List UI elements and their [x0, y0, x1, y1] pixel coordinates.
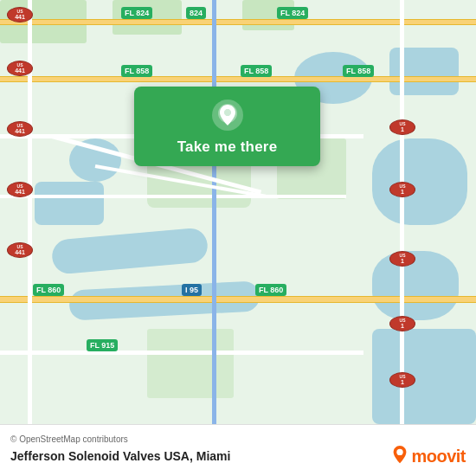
badge-fl824-3: FL 824 — [277, 7, 308, 19]
badge-fl858-3: FL 858 — [343, 65, 374, 77]
moovit-logo: moovit — [391, 446, 466, 466]
badge-us1-3: US 1 — [389, 251, 415, 267]
badge-fl915: FL 915 — [87, 339, 118, 351]
attribution-text: © OpenStreetMap contributors — [10, 434, 466, 444]
moovit-pin-icon — [391, 446, 408, 466]
badge-us441-4: US 441 — [7, 182, 33, 197]
map: US 441 US 441 US 441 US 441 US 441 FL 82… — [0, 0, 476, 424]
badge-us1-2: US 1 — [389, 182, 415, 197]
moovit-brand-text: moovit — [411, 447, 466, 466]
badge-fl858-2: FL 858 — [241, 65, 272, 77]
badge-us441-1: US 441 — [7, 7, 33, 23]
badge-us441-5: US 441 — [7, 242, 33, 258]
badge-us1-5: US 1 — [389, 372, 415, 388]
badge-us441-2: US 441 — [7, 61, 33, 76]
badge-fl824-2: 824 — [186, 7, 206, 19]
badge-fl860-1: FL 860 — [33, 284, 64, 296]
badge-i95: I 95 — [182, 284, 202, 296]
badge-us1-4: US 1 — [389, 316, 415, 331]
location-pin-icon — [211, 99, 244, 132]
badge-fl858-1: FL 858 — [121, 65, 152, 77]
badge-fl860-2: FL 860 — [255, 284, 286, 296]
badge-us1-1: US 1 — [389, 119, 415, 135]
badge-us441-3: US 441 — [7, 121, 33, 137]
take-me-there-button[interactable]: Take me there — [177, 138, 278, 156]
popup-card[interactable]: Take me there — [134, 87, 320, 166]
bottom-bar: © OpenStreetMap contributors Jefferson S… — [0, 424, 476, 476]
svg-point-2 — [224, 109, 231, 116]
place-name: Jefferson Solenoid Valves USA, Miami — [10, 449, 230, 463]
svg-point-3 — [397, 449, 403, 455]
badge-fl824-1: FL 824 — [121, 7, 152, 19]
